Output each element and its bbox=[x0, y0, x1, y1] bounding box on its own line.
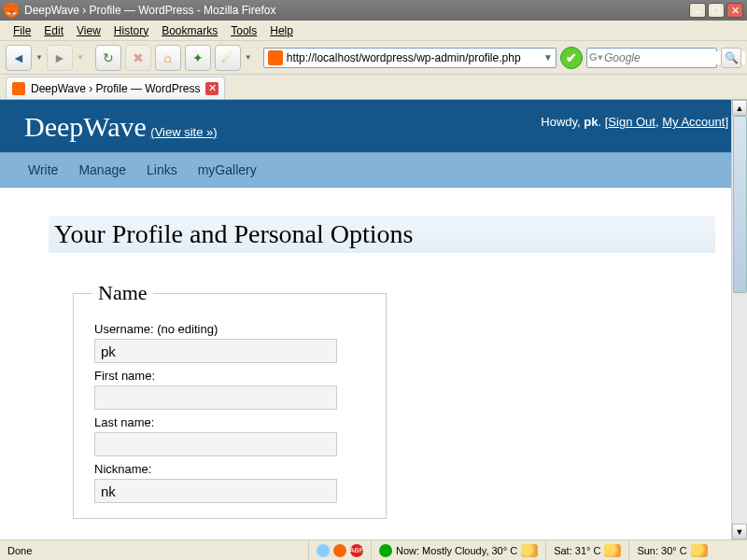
addon-dropdown[interactable]: ▼ bbox=[245, 53, 252, 62]
weather-icon bbox=[604, 544, 621, 557]
page-viewport: DeepWave (View site ») Howdy, pk. [Sign … bbox=[0, 99, 747, 539]
menu-file[interactable]: File bbox=[7, 22, 36, 39]
wp-body: Your Profile and Personal Options Name U… bbox=[0, 188, 747, 519]
menu-help[interactable]: Help bbox=[264, 22, 299, 39]
menu-view[interactable]: View bbox=[71, 22, 106, 39]
window-title: DeepWave › Profile — WordPress - Mozilla… bbox=[24, 4, 689, 17]
reload-button[interactable]: ↻ bbox=[95, 45, 121, 71]
browser-tab[interactable]: DeepWave › Profile — WordPress ✕ bbox=[6, 77, 225, 99]
nav-mygallery[interactable]: myGallery bbox=[198, 162, 257, 177]
scroll-up-button[interactable]: ▲ bbox=[732, 100, 747, 116]
menubar: File Edit View History Bookmarks Tools H… bbox=[0, 21, 747, 41]
titlebar: 🦊 DeepWave › Profile — WordPress - Mozil… bbox=[0, 0, 747, 21]
sign-out-link[interactable]: Sign Out bbox=[608, 115, 655, 129]
menu-edit[interactable]: Edit bbox=[38, 22, 69, 39]
firefox-icon: 🦊 bbox=[4, 3, 19, 18]
tab-strip: DeepWave › Profile — WordPress ✕ bbox=[0, 75, 747, 99]
nav-toolbar: ◄ ▼ ► ▼ ↻ ✖ ⌂ ✦ ☄ ▼ ▼ ✔ G▾ 🔍 bbox=[0, 41, 747, 75]
back-dropdown[interactable]: ▼ bbox=[35, 53, 43, 62]
scroll-down-button[interactable]: ▼ bbox=[732, 524, 747, 539]
weather-icon bbox=[691, 544, 708, 557]
search-engine-icon[interactable]: G▾ bbox=[587, 51, 604, 63]
close-button[interactable]: ✕ bbox=[726, 3, 743, 18]
home-button[interactable]: ⌂ bbox=[155, 45, 181, 71]
tab-close-button[interactable]: ✕ bbox=[205, 82, 218, 95]
url-dropdown[interactable]: ▼ bbox=[541, 52, 556, 63]
addon-button-2[interactable]: ☄ bbox=[215, 45, 241, 71]
firstname-label: First name: bbox=[94, 369, 367, 383]
back-button[interactable]: ◄ bbox=[6, 45, 32, 71]
menu-tools[interactable]: Tools bbox=[225, 22, 262, 39]
cookies-icon[interactable] bbox=[317, 544, 330, 557]
forward-button[interactable]: ► bbox=[47, 45, 73, 71]
status-text: Done bbox=[0, 540, 308, 560]
weather-icon bbox=[521, 544, 538, 557]
forward-dropdown[interactable]: ▼ bbox=[77, 53, 84, 62]
site-title[interactable]: DeepWave bbox=[24, 111, 147, 142]
lastname-label: Last name: bbox=[94, 415, 367, 429]
fieldset-legend: Name bbox=[92, 281, 153, 305]
page-heading: Your Profile and Personal Options bbox=[49, 216, 715, 253]
minimize-button[interactable]: – bbox=[689, 3, 706, 18]
search-box[interactable]: G▾ bbox=[586, 48, 717, 68]
url-input[interactable] bbox=[287, 51, 541, 64]
firstname-input[interactable] bbox=[94, 385, 337, 410]
search-button[interactable]: 🔍 bbox=[721, 48, 741, 68]
tab-title: DeepWave › Profile — WordPress bbox=[31, 82, 200, 95]
weather-now[interactable]: Now: Mostly Cloudy, 30° C bbox=[371, 540, 545, 560]
nickname-label: Nickname: bbox=[94, 462, 367, 476]
my-account-link[interactable]: My Account bbox=[662, 115, 725, 129]
go-button[interactable]: ✔ bbox=[560, 47, 583, 69]
weather-status-icon bbox=[379, 544, 392, 557]
addon-button-1[interactable]: ✦ bbox=[185, 45, 211, 71]
wp-header: DeepWave (View site ») Howdy, pk. [Sign … bbox=[0, 100, 747, 152]
weather-sun[interactable]: Sun: 30° C bbox=[628, 540, 714, 560]
username-label: Username: (no editing) bbox=[94, 322, 367, 336]
site-icon bbox=[268, 50, 283, 65]
username-input bbox=[94, 339, 337, 363]
abp-icon[interactable]: ABP bbox=[350, 544, 363, 557]
scroll-thumb[interactable] bbox=[733, 116, 747, 293]
wp-nav: Write Manage Links myGallery bbox=[0, 152, 747, 188]
view-site-link[interactable]: (View site ») bbox=[150, 125, 217, 139]
menu-history[interactable]: History bbox=[108, 22, 154, 39]
menu-bookmarks[interactable]: Bookmarks bbox=[156, 22, 223, 39]
firefox-status-icon[interactable] bbox=[333, 544, 346, 557]
tab-favicon bbox=[12, 82, 25, 95]
nav-write[interactable]: Write bbox=[28, 162, 58, 177]
lastname-input[interactable] bbox=[94, 432, 337, 456]
name-fieldset: Name Username: (no editing) First name: … bbox=[73, 281, 387, 519]
scrollbar[interactable]: ▲ ▼ bbox=[731, 100, 747, 539]
howdy-text: Howdy, pk. [Sign Out, My Account] bbox=[541, 115, 728, 143]
nav-links[interactable]: Links bbox=[147, 162, 177, 177]
weather-sat[interactable]: Sat: 31° C bbox=[545, 540, 628, 560]
nickname-input[interactable] bbox=[94, 479, 337, 503]
status-addon-icons[interactable]: ABP bbox=[308, 540, 371, 560]
nav-manage[interactable]: Manage bbox=[78, 162, 126, 177]
stop-button[interactable]: ✖ bbox=[125, 45, 151, 71]
maximize-button[interactable]: ☐ bbox=[708, 3, 725, 18]
status-bar: Done ABP Now: Mostly Cloudy, 30° C Sat: … bbox=[0, 539, 747, 560]
url-bar[interactable]: ▼ bbox=[263, 48, 557, 68]
